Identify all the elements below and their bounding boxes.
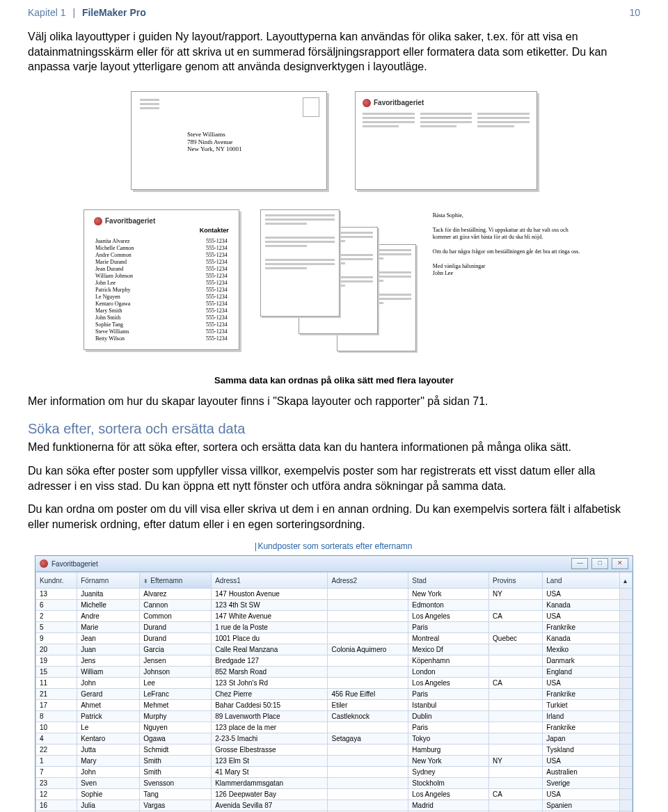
app-name: FileMaker Pro — [82, 7, 146, 18]
table-row[interactable]: 8PatrickMurphy89 Lavenworth PlaceCastlek… — [36, 711, 633, 722]
letter-p3: Med vänliga hälsningar — [433, 263, 580, 270]
contact-row: Juanita Alvarez555-1234 — [94, 238, 229, 245]
page-body: Välj olika layouttyper i guiden Ny layou… — [0, 29, 668, 812]
letter-p1: Tack för din beställning. Vi uppskattar … — [433, 227, 580, 241]
contact-row: Michelle Cannon555-1234 — [94, 245, 229, 252]
contact-row: Le Nguyen555-1234 — [94, 294, 229, 301]
table-row[interactable]: 5MarieDurand1 rue de la PosteParisFrankr… — [36, 622, 633, 633]
table-row[interactable]: 11JohnLee123 St John's RdLos AngelesCAUS… — [36, 678, 633, 689]
contact-row: John Lee555-1234 — [94, 280, 229, 287]
column-header[interactable]: Kundnr. — [36, 573, 77, 589]
scrollbar-header: ▴ — [619, 573, 632, 589]
table-row[interactable]: 1MarySmith123 Elm StNew YorkNYUSA — [36, 756, 633, 767]
contact-row: Mary Smith555-1234 — [94, 308, 229, 315]
table-row[interactable]: 2AndreCommon147 White AvenueLos AngelesC… — [36, 611, 633, 622]
contact-row: Steve Williams555-1234 — [94, 328, 229, 335]
paragraph-4: Du kan söka efter poster som uppfyller v… — [28, 463, 640, 493]
contact-row: William Johnson555-1234 — [94, 273, 229, 280]
column-header[interactable]: Adress2 — [328, 573, 408, 589]
contact-row: Jean Durand555-1234 — [94, 266, 229, 273]
window-titlebar[interactable]: Favoritbageriet — □ ✕ — [35, 556, 633, 572]
contact-row: Andre Common555-1234 — [94, 252, 229, 259]
table-row[interactable]: 7JohnSmith41 Mary StSydneyAustralien — [36, 767, 633, 778]
chapter-label: Kapitel 1 — [28, 7, 65, 18]
table-row[interactable]: 10LeNguyen123 place de la merParisFrankr… — [36, 722, 633, 733]
window-icon — [40, 559, 48, 568]
column-header[interactable]: Land — [543, 573, 620, 589]
table-row[interactable]: 4KentaroOgawa2-23-5 ImachiSetagayaTokyoJ… — [36, 733, 633, 745]
minimize-button[interactable]: — — [571, 558, 588, 569]
column-header[interactable]: Adress1 — [212, 573, 328, 589]
section-heading: Söka efter, sortera och ersätta data — [28, 421, 640, 437]
env-name: Steve Williams — [187, 131, 241, 138]
brand-icon — [94, 217, 102, 225]
column-header[interactable]: Stad — [408, 573, 489, 589]
env-city: New York, NY 10001 — [187, 145, 241, 153]
window-title: Favoritbageriet — [51, 560, 98, 568]
paragraph-3: Med funktionerna för att söka efter, sor… — [28, 440, 640, 455]
contact-row: Sophie Tang555-1234 — [94, 321, 229, 328]
letter-layout: Bästa Sophie, Tack för din beställning. … — [429, 209, 584, 280]
letter-p2: Om du har några frågor om beställningen … — [433, 248, 580, 255]
paragraph-1: Välj olika layouttyper i guiden Ny layou… — [28, 29, 640, 74]
contact-row: Betty Wilson555-1234 — [94, 335, 229, 342]
table-row[interactable]: 12SophieTang126 Deepwater BayLos Angeles… — [36, 789, 633, 800]
envelope-layout: Steve Williams 789 Ninth Avenue New York… — [131, 91, 327, 190]
records-table[interactable]: Kundnr.Förnamn⬍EfternamnAdress1Adress2St… — [35, 572, 633, 812]
page-number: 10 — [629, 7, 640, 18]
header-separator: | — [72, 7, 75, 18]
letter-greeting: Bästa Sophie, — [433, 212, 580, 219]
column-header[interactable]: Provins — [489, 573, 543, 589]
figure-caption: Samma data kan ordnas på olika sätt med … — [84, 375, 584, 385]
page-header: Kapitel 1 | FileMaker Pro 10 — [0, 0, 668, 21]
close-button[interactable]: ✕ — [612, 558, 628, 569]
table-row[interactable]: 13JuanitaAlvarez147 Houston AvenueNew Yo… — [36, 589, 633, 600]
brand-icon — [363, 99, 371, 107]
paragraph-5: Du kan ordna om poster om du vill visa e… — [28, 502, 640, 532]
brand-label-2: Favoritbageriet — [105, 217, 155, 225]
return-address-placeholder — [140, 99, 159, 111]
column-header[interactable]: ⬍Efternamn — [140, 573, 212, 589]
maximize-button[interactable]: □ — [591, 558, 608, 569]
table-row[interactable]: 16JuliaVargasAvenida Sevilla 87MadridSpa… — [36, 800, 633, 811]
contact-row: Marie Durand555-1234 — [94, 259, 229, 266]
contacts-layout: Favoritbageriet Kontakter Juanita Alvare… — [84, 209, 239, 350]
layout-examples-figure: Steve Williams 789 Ninth Avenue New York… — [84, 91, 584, 385]
table-row[interactable]: 15WilliamJohnson852 Marsh RoadLondonEngl… — [36, 667, 633, 678]
table-row[interactable]: 9JeanDurand1001 Place duMontrealQuebecKa… — [36, 633, 633, 644]
column-header[interactable]: Förnamn — [77, 573, 140, 589]
table-row[interactable]: 6MichelleCannon123 4th St SWEdmontonKana… — [36, 600, 633, 611]
table-row[interactable]: 22JuttaSchmidtGrosse ElbestrasseHamburgT… — [36, 745, 633, 756]
table-caption: Kundposter som sorterats efter efternamn — [28, 541, 640, 551]
letter-signature: John Lee — [433, 270, 580, 277]
contact-row: Patrick Murphy555-1234 — [94, 287, 229, 294]
table-row[interactable]: 19JensJensenBredgade 127KöpenhamnDanmark — [36, 655, 633, 667]
table-row[interactable]: 23SvenSvenssonKlammerdammsgatanStockholm… — [36, 778, 633, 789]
labels-layout — [260, 209, 408, 356]
invoice-layout: Favoritbageriet — [355, 91, 537, 190]
contact-row: Kentaro Ogawa555-1234 — [94, 301, 229, 308]
brand-label: Favoritbageriet — [374, 99, 424, 106]
contacts-title: Kontakter — [94, 227, 229, 234]
table-row[interactable]: 17AhmetMehmetBahar Caddesi 50:15EtilerIs… — [36, 700, 633, 711]
contact-row: John Smith555-1234 — [94, 315, 229, 321]
stamp-placeholder — [303, 97, 319, 117]
env-street: 789 Ninth Avenue — [187, 138, 241, 146]
records-window: Favoritbageriet — □ ✕ Kundnr.Förnamn⬍Eft… — [35, 555, 633, 812]
table-row[interactable]: 21GerardLeFrancChez Pierre456 Rue Eiffel… — [36, 689, 633, 700]
table-row[interactable]: 20JuanGarciaCalle Real ManzanaColonia Aq… — [36, 644, 633, 655]
paragraph-2: Mer information om hur du skapar layoute… — [28, 394, 640, 409]
